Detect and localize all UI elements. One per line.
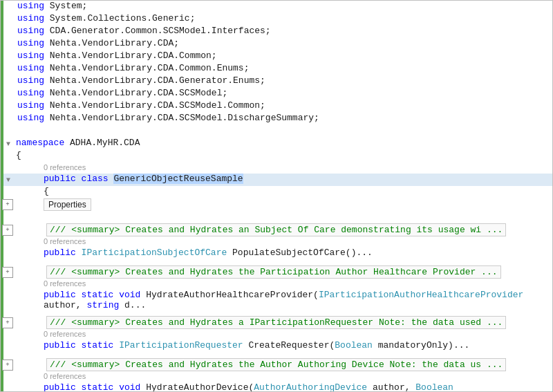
line-method1-summary: + /// <summary> Creates and Hydrates an … xyxy=(1,223,552,236)
method2-summary-box: /// <summary> Creates and Hydrates the P… xyxy=(46,265,501,279)
line-using-5: using Nehta.VendorLibrary.CDA.Common; xyxy=(1,50,552,63)
collapse-namespace-icon[interactable]: ▼ xyxy=(6,140,10,148)
properties-label: Properties xyxy=(44,198,91,211)
line-properties: + Properties xyxy=(1,198,552,211)
line-class-brace: { xyxy=(1,186,552,198)
code-editor: using System; using System.Collections.G… xyxy=(0,0,553,392)
line-using-4: using Nehta.VendorLibrary.CDA; xyxy=(1,38,552,50)
line-using-2: using System.Collections.Generic; xyxy=(1,13,552,26)
line-using-9: using Nehta.VendorLibrary.CDA.SCSModel.C… xyxy=(1,100,552,113)
line-using-10: using Nehta.VendorLibrary.CDA.SCSModel.D… xyxy=(1,113,552,125)
line-using-1: using System; xyxy=(1,1,552,13)
line-method4-summary: + /// <summary> Creates and Hydrates the… xyxy=(1,358,552,371)
line-class-decl: ▼ public class GenericObjectReuseSample xyxy=(1,174,552,186)
code-area: using System; using System.Collections.G… xyxy=(1,1,552,391)
line-method1-refs: 0 references xyxy=(1,236,552,248)
line-blank-3 xyxy=(1,260,552,265)
collapse-class-icon[interactable]: ▼ xyxy=(6,176,10,184)
line-method2-refs: 0 references xyxy=(1,279,552,290)
method1-summary-box: /// <summary> Creates and Hydrates an Su… xyxy=(46,223,506,236)
line-method3-sig: public static IParticipationRequester Cr… xyxy=(1,340,552,353)
line-using-8: using Nehta.VendorLibrary.CDA.SCSModel; xyxy=(1,88,552,100)
line-namespace: ▼ namespace ADHA.MyHR.CDA xyxy=(1,138,552,150)
expand-method3-icon[interactable]: + xyxy=(2,317,13,328)
expand-method1-icon[interactable]: + xyxy=(2,225,13,236)
line-method2-sig: public static void HydrateAuthorHealthca… xyxy=(1,290,552,310)
expand-properties-icon[interactable]: + xyxy=(2,199,13,210)
line-open-brace: { xyxy=(1,150,552,162)
line-blank-1 xyxy=(1,125,552,138)
line-blank-2 xyxy=(1,211,552,223)
expand-method2-icon[interactable]: + xyxy=(2,267,13,278)
line-method1-sig: public IParticipationSubjectOfCare Popul… xyxy=(1,248,552,260)
line-method3-refs: 0 references xyxy=(1,329,552,340)
line-using-6: using Nehta.VendorLibrary.CDA.Common.Enu… xyxy=(1,63,552,75)
line-blank-4 xyxy=(1,310,552,316)
method4-summary-box: /// <summary> Creates and Hydrates the A… xyxy=(46,358,506,371)
method3-summary-box: /// <summary> Creates and Hydrates a IPa… xyxy=(46,316,506,329)
line-ref-namespace: 0 references xyxy=(1,162,552,174)
line-blank-5 xyxy=(1,353,552,358)
expand-method4-icon[interactable]: + xyxy=(2,360,13,371)
class-name-highlight: GenericObjectReuseSample xyxy=(113,174,243,184)
line-method3-summary: + /// <summary> Creates and Hydrates a I… xyxy=(1,316,552,329)
line-using-7: using Nehta.VendorLibrary.CDA.Generator.… xyxy=(1,75,552,88)
line-method4-refs: 0 references xyxy=(1,371,552,382)
line-method4-sig: public static void HydrateAuthorDevice(A… xyxy=(1,382,552,391)
line-method2-summary: + /// <summary> Creates and Hydrates the… xyxy=(1,265,552,279)
line-using-3: using CDA.Generator.Common.SCSModel.Inte… xyxy=(1,26,552,38)
keyword-public: public class xyxy=(44,174,109,184)
